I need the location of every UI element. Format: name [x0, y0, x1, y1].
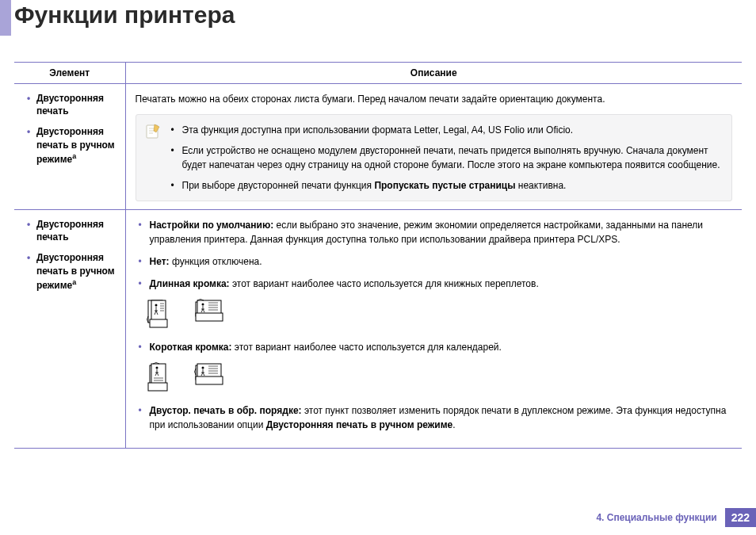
page-footer: 4. Специальные функции 222 — [596, 508, 756, 527]
cell-element: Двусторонняя печать Двусторонняя печать … — [14, 84, 125, 210]
bullet-item: Настройки по умолчанию: если выбрано это… — [139, 218, 733, 246]
svg-point-11 — [155, 367, 158, 369]
bullet-item: Длинная кромка: этот вариант наиболее ча… — [139, 277, 733, 291]
cell-description: Настройки по умолчанию: если выбрано это… — [125, 210, 742, 449]
table-row: Двусторонняя печать Двусторонняя печать … — [14, 84, 742, 210]
svg-point-15 — [201, 367, 204, 369]
note-item: Эта функция доступна при использовании ф… — [171, 123, 723, 137]
svg-rect-10 — [151, 364, 166, 384]
svg-rect-16 — [196, 376, 223, 384]
svg-rect-12 — [148, 383, 167, 391]
page-number: 222 — [725, 508, 756, 527]
cell-description: Печатать можно на обеих сторонах листа б… — [125, 84, 742, 210]
th-element: Элемент — [14, 63, 125, 84]
element-item: Двусторонняя печать в ручном режимеa — [27, 251, 116, 292]
duplex-landscape-long-icon — [194, 299, 231, 331]
element-item: Двусторонняя печать в ручном режимеa — [27, 125, 116, 166]
note-item: При выборе двусторонней печати функция П… — [171, 178, 723, 193]
duplex-landscape-short-icon — [194, 362, 231, 394]
note-item: Если устройство не оснащено модулем двус… — [171, 143, 723, 172]
element-item: Двусторонняя печать — [27, 92, 116, 117]
page-title: Функции принтера — [14, 2, 235, 29]
illustration-long-edge — [147, 299, 733, 331]
bullet-item: Короткая кромка: этот вариант наиболее ч… — [139, 340, 733, 354]
bullet-item: Двустор. печать в обр. порядке: этот пун… — [139, 403, 733, 432]
accent-bar — [0, 0, 11, 36]
bullet-item: Нет: функция отключена. — [139, 254, 733, 269]
footer-section: 4. Специальные функции — [596, 512, 716, 523]
illustration-short-edge — [147, 362, 733, 394]
note-box: Эта функция доступна при использовании ф… — [136, 114, 733, 201]
note-icon — [144, 123, 162, 140]
table-row: Двусторонняя печать Двусторонняя печать … — [14, 210, 742, 449]
cell-element: Двусторонняя печать Двусторонняя печать … — [14, 210, 125, 449]
row-intro: Печатать можно на обеих сторонах листа б… — [136, 92, 733, 106]
features-table: Элемент Описание Двусторонняя печать Дву… — [14, 62, 742, 449]
svg-point-3 — [155, 304, 157, 307]
svg-point-7 — [201, 304, 204, 306]
svg-rect-8 — [196, 313, 223, 321]
element-item: Двусторонняя печать — [27, 218, 116, 243]
th-description: Описание — [125, 63, 742, 84]
content-area: Элемент Описание Двусторонняя печать Дву… — [14, 62, 742, 449]
duplex-portrait-short-icon — [147, 362, 183, 394]
duplex-portrait-long-icon — [147, 299, 183, 331]
svg-rect-4 — [150, 319, 167, 327]
